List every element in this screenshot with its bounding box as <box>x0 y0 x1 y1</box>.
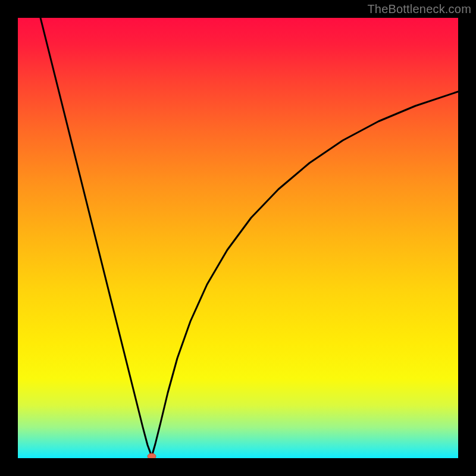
plot-area <box>18 18 458 458</box>
watermark-text: TheBottleneck.com <box>367 2 471 16</box>
chart-frame: TheBottleneck.com <box>0 0 476 476</box>
curve-right-branch <box>152 92 458 456</box>
bottleneck-marker <box>148 453 156 458</box>
curve-left-branch <box>40 18 152 456</box>
curve-layer <box>18 18 458 458</box>
